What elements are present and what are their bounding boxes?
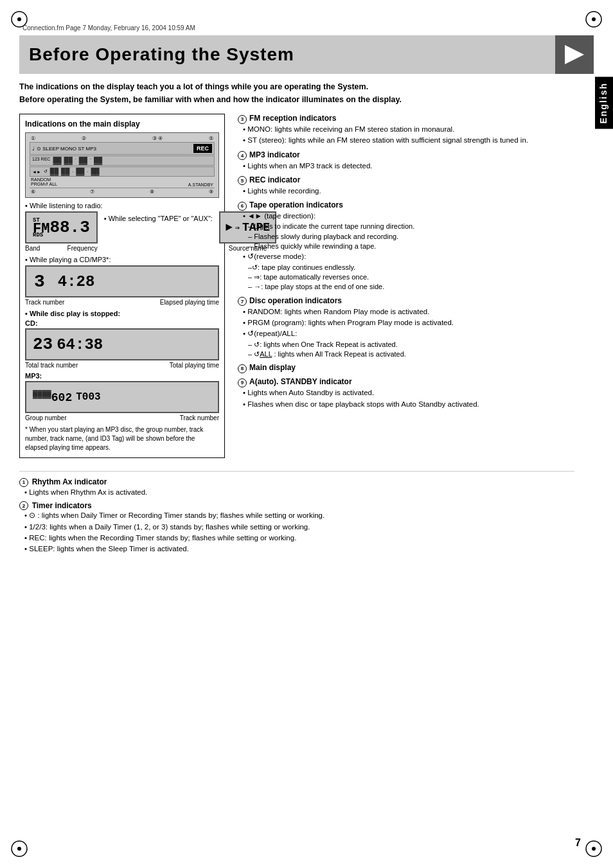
svg-point-7 <box>592 847 596 851</box>
schematic-dot4: · <box>87 170 88 174</box>
schematic-dot2: · <box>90 157 91 164</box>
indicator-2-rec: • REC: lights when the Recording Timer s… <box>19 533 574 544</box>
file-info: Connection.fm Page 7 Monday, February 16… <box>22 24 195 31</box>
schematic-standby: A.STANDBY <box>188 182 213 187</box>
schematic-num9: ⑨ <box>209 189 213 195</box>
svg-point-3 <box>592 17 596 21</box>
rds-label: RDS <box>33 232 43 238</box>
schematic-num1: ① <box>31 136 35 141</box>
schematic-rec-badge: REC <box>193 144 212 153</box>
svg-point-5 <box>17 847 21 851</box>
elapsed-time-label: Elapsed playing time <box>160 299 219 306</box>
schematic-seg7: ▓▓ <box>76 168 84 175</box>
indicator-5-item1: • Lights while recording. <box>238 186 574 197</box>
indicator-3-st: • ST (stereo): lights while an FM stereo… <box>238 135 574 146</box>
indicator-6-rev2: – ⇒: tape automatically reverses once. <box>238 272 574 282</box>
schematic-num6: ⑥ <box>31 189 35 195</box>
corner-mark-br <box>584 839 603 858</box>
indicator-rec: 5 REC indicator • Lights while recording… <box>238 175 574 197</box>
header-bar: Before Operating the System <box>19 35 594 74</box>
mp3-labels: Group number Track number <box>25 414 219 421</box>
two-column-layout: Indications on the main display ① ② ③ ④ … <box>19 114 574 463</box>
indicator-timer: 2 Timer indicators • ⊙ : lights when Dai… <box>19 500 574 555</box>
indicator-num-7: 7 <box>238 297 247 306</box>
indicator-6-rev3: – →: tape play stops at the end of one s… <box>238 282 574 292</box>
indicator-6-rev1: –↺: tape play continues endlessly. <box>238 263 574 272</box>
indicator-3-mono: • MONO: lights while receiving an FM ste… <box>238 124 574 135</box>
cd-total-time-display: 64:38 <box>57 336 103 353</box>
schematic-num7: ⑦ <box>90 189 94 195</box>
indicator-mp3: 4 MP3 indicator • Lights when an MP3 tra… <box>238 150 574 172</box>
track-number-display: 3 <box>34 272 45 292</box>
indicator-rhythm: 1 Rhythm Ax indicator • Lights when Rhyt… <box>19 477 574 498</box>
schematic-seg5: ▓▓ <box>50 168 58 175</box>
display-box: Indications on the main display ① ② ③ ④ … <box>19 114 225 458</box>
band-label: Band <box>25 245 40 252</box>
col-labels-row: ST RDS FM 88.3 Band Frequency • While se… <box>25 211 219 252</box>
indicator-6-rev: • ↺(reverse mode): <box>238 251 574 262</box>
right-column: 3 FM reception indicators • MONO: lights… <box>238 114 574 463</box>
indicator-tape: 6 Tape operation indicators • ◄► (tape d… <box>238 200 574 292</box>
svg-point-1 <box>17 17 21 21</box>
main-display-schematic: ① ② ③ ④ ⑤ ♩ ⊙ SLEEP MONO ST MP3 REC 123 … <box>25 132 219 198</box>
schematic-seg3: ▓▓ <box>79 157 87 164</box>
schematic-seg4: ▓▓ <box>94 157 102 164</box>
while-cd-label: • While playing a CD/MP3*: <box>25 256 219 263</box>
schematic-arrows: ◄► <box>32 170 41 174</box>
schematic-dot1: · <box>75 157 76 164</box>
schematic-sleep: ⊙ SLEEP MONO ST MP3 <box>37 146 96 152</box>
mp3-label: MP3: <box>25 372 219 380</box>
schematic-seg6: ▓▓ <box>61 168 69 175</box>
cd-playing-display: 3 4:28 <box>25 265 219 297</box>
cd-total-track-num: 23 <box>33 335 53 354</box>
schematic-num5: ⑤ <box>209 136 213 141</box>
schematic-dot3: · <box>72 170 73 174</box>
indicator-fm: 3 FM reception indicators • MONO: lights… <box>238 114 574 146</box>
page-number: 7 <box>575 837 581 849</box>
indicator-9-item2: • Flashes when disc or tape playback sto… <box>238 399 574 410</box>
indicator-num-1: 1 <box>19 478 28 487</box>
indicator-7-repeat: • ↺(repeat)/ALL: <box>238 328 574 339</box>
corner-mark-tr <box>584 10 603 29</box>
intro-line2: Before operating the System, be familiar… <box>19 93 574 106</box>
intro-text: The indications on the display teach you… <box>19 80 574 106</box>
schematic-num2: ② <box>82 136 86 141</box>
indicator-main-display: 8 Main display <box>238 363 574 373</box>
schematic-repeat: ↺ <box>44 169 48 174</box>
indicator-9-item1: • Lights when Auto Standby is activated. <box>238 387 574 398</box>
schematic-num34: ③ ④ <box>152 136 163 141</box>
fm-frequency-display: 88.3 <box>49 218 89 237</box>
group-number-label: Group number <box>25 414 66 421</box>
indicator-7-prgm: • PRGM (program): lights when Program Pl… <box>238 317 574 328</box>
cd-stopped-labels: Total track number Total playing time <box>25 362 219 369</box>
schematic-random-prgm: RANDOMPRGM↺ ALL <box>31 177 57 187</box>
left-display-area: ST RDS FM 88.3 Band Frequency <box>25 211 98 252</box>
corner-mark-bl <box>10 839 29 858</box>
bottom-section: 1 Rhythm Ax indicator • Lights when Rhyt… <box>19 471 574 554</box>
indicator-4-item1: • Lights when an MP3 track is detected. <box>238 161 574 172</box>
indicator-num-9: 9 <box>238 378 247 387</box>
schematic-seg8: ▓▓ <box>91 168 99 175</box>
schematic-num8: ⑧ <box>150 189 154 195</box>
fm-radio-display: ST RDS FM 88.3 <box>25 211 98 244</box>
indicator-1-item1: • Lights when Rhythm Ax is activated. <box>19 487 574 498</box>
indicator-7-random: • RANDOM: lights when Random Play mode i… <box>238 306 574 317</box>
mp3-track-display: T003 <box>76 391 100 403</box>
indicator-5-title: REC indicator <box>249 175 300 184</box>
st-label: ST <box>33 217 40 224</box>
indicator-6-dir3: – Flashes quickly while rewinding a tape… <box>238 242 574 251</box>
indicator-num-5: 5 <box>238 176 247 185</box>
elapsed-time-display: 4:28 <box>58 273 95 290</box>
page-title: Before Operating the System <box>29 44 294 65</box>
english-tab: English <box>595 77 613 129</box>
band-freq-labels: Band Frequency <box>25 245 98 252</box>
indicator-4-title: MP3 indicator <box>249 150 300 159</box>
cd-stopped-display: 23 64:38 <box>25 328 219 360</box>
while-tape-label: • While selecting "TAPE" or "AUX": <box>104 211 213 222</box>
header-arrow-icon <box>555 35 594 74</box>
indicator-7-repeat2: – ↺ALL : lights when All Track Repeat is… <box>238 350 574 359</box>
track-number-label: Track number <box>25 299 64 306</box>
schematic-seg1: ▓▓ <box>53 157 61 164</box>
schematic-rhythm-icon: ♩ <box>32 146 35 152</box>
while-stopped-label: • While disc play is stopped: <box>25 310 219 317</box>
